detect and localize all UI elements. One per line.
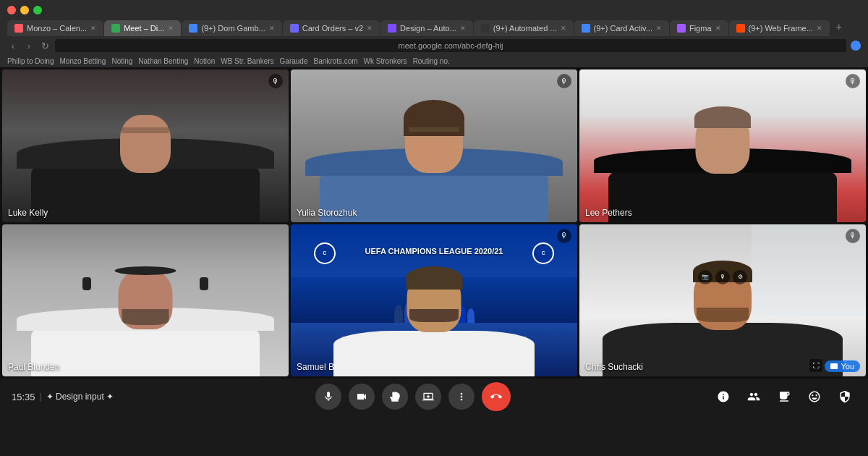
bookmark-6[interactable]: Garaude [280, 57, 308, 65]
tab-bar: Monzo – Calen... ✕ Meet – Di... ✕ (9+) D… [0, 14, 868, 36]
participant-samuel: C C UEFA CHAMPIONS LEAGUE 2020/21 🎙 Samu… [291, 224, 577, 377]
bookmark-3[interactable]: Nathan Benting [138, 57, 188, 65]
tab-card-orders-close[interactable]: ✕ [367, 25, 373, 32]
tab-web-frame-icon [736, 24, 745, 33]
bookmark-7[interactable]: Bankrots.com [313, 57, 357, 65]
toolbar-icons [851, 41, 861, 51]
center-controls [114, 382, 712, 411]
participant-chris: 📷 🎙 ⚙ 🎙 ⛶ You Chris Suchacki [579, 224, 866, 377]
meeting-name: ✦ Design input ✦ [46, 392, 114, 402]
tab-monzo-close[interactable]: ✕ [90, 25, 96, 32]
tab-card-activ-label: (9+) Card Activ... [594, 24, 652, 33]
tab-automated[interactable]: (9+) Automated ... ✕ [474, 20, 574, 36]
yulia-name: Yulia Storozhuk [297, 208, 357, 218]
tab-automated-label: (9+) Automated ... [493, 24, 557, 33]
bookmark-0[interactable]: Philip to Doing [7, 57, 54, 65]
tab-web-frame[interactable]: (9+) Web Frame... ✕ [729, 20, 830, 36]
info-button[interactable] [712, 385, 735, 408]
tab-meet-close[interactable]: ✕ [168, 25, 174, 32]
tab-card-orders-icon [290, 24, 299, 33]
mic-icon [323, 391, 334, 402]
url-bar[interactable]: meet.google.com/abc-defg-hij [55, 39, 846, 52]
tab-figma-close[interactable]: ✕ [715, 25, 721, 32]
bookmark-9[interactable]: Routing no. [413, 57, 450, 65]
maximize-button[interactable] [33, 6, 42, 14]
more-icon [456, 391, 467, 402]
lee-name: Lee Pethers [585, 208, 632, 218]
activities-button[interactable] [773, 385, 796, 408]
settings-small-icon: ⚙ [733, 270, 747, 284]
bookmark-5[interactable]: WB Str. Bankers [221, 57, 273, 65]
reactions-icon [808, 390, 821, 403]
present-icon [422, 391, 434, 402]
end-call-button[interactable] [482, 382, 511, 411]
mic-button[interactable] [315, 384, 341, 410]
tab-card-activ[interactable]: (9+) Card Activ... ✕ [574, 20, 669, 36]
tab-meet[interactable]: Meet – Di... ✕ [104, 20, 181, 36]
forward-button[interactable]: › [23, 41, 35, 51]
reload-button[interactable]: ↻ [39, 41, 51, 51]
control-bar: 15:35 | ✦ Design input ✦ [0, 379, 868, 415]
tab-dom[interactable]: (9+) Dom Gamb... ✕ [182, 20, 281, 36]
tab-card-activ-close[interactable]: ✕ [656, 25, 662, 32]
back-button[interactable]: ‹ [7, 41, 19, 51]
video-grid: 🎙 Luke Kelly 🎙 Yulia Storozhuk 🎙 Lee Pet… [0, 67, 868, 379]
paul-name: Paul Blunden [8, 362, 59, 372]
info-icon [717, 390, 730, 403]
new-tab-button[interactable]: + [830, 17, 848, 36]
tab-design-close[interactable]: ✕ [460, 25, 466, 32]
participant-lee: 🎙 Lee Pethers [579, 69, 866, 222]
bookmark-2[interactable]: Noting [111, 57, 132, 65]
tab-automated-icon [481, 24, 490, 33]
reactions-button[interactable] [803, 385, 826, 408]
close-button[interactable] [7, 6, 16, 14]
tab-dom-label: (9+) Dom Gamb... [201, 24, 265, 33]
bookmark-4[interactable]: Notion [194, 57, 215, 65]
hand-button[interactable] [382, 384, 408, 410]
tab-web-frame-close[interactable]: ✕ [817, 25, 822, 32]
people-icon [747, 390, 760, 403]
tab-automated-close[interactable]: ✕ [561, 25, 566, 32]
end-call-icon [490, 391, 502, 402]
chelsea-logo-right: C [532, 242, 554, 264]
tab-monzo-label: Monzo – Calen... [27, 24, 87, 33]
tab-figma[interactable]: Figma ✕ [670, 20, 728, 36]
bookmark-8[interactable]: Wk Stronkers [364, 57, 407, 65]
tab-monzo[interactable]: Monzo – Calen... ✕ [7, 20, 103, 36]
tab-design-icon [388, 24, 396, 33]
tab-dom-close[interactable]: ✕ [269, 25, 275, 32]
luke-name: Luke Kelly [8, 208, 48, 218]
tab-figma-label: Figma [689, 24, 712, 33]
security-button[interactable] [833, 385, 856, 408]
tab-monzo-icon [14, 24, 23, 33]
mic-small-icon: 🎙 [715, 270, 730, 284]
participant-paul: Paul Blunden [2, 224, 289, 377]
tab-card-orders-label: Card Orders – v2 [302, 24, 363, 33]
tab-design[interactable]: Design – Auto... ✕ [380, 20, 473, 36]
minimize-button[interactable] [20, 6, 29, 14]
tab-design-label: Design – Auto... [400, 24, 456, 33]
present-button[interactable] [415, 384, 441, 410]
camera-button[interactable] [349, 384, 375, 410]
tab-card-orders[interactable]: Card Orders – v2 ✕ [283, 20, 380, 36]
chelsea-logo-left: C [314, 242, 336, 264]
right-controls [712, 385, 856, 408]
more-button[interactable] [448, 384, 475, 410]
camera-icon [356, 391, 367, 402]
camera-small-icon: 📷 [698, 270, 712, 284]
participant-luke: 🎙 Luke Kelly [2, 69, 289, 222]
tab-web-frame-label: (9+) Web Frame... [749, 24, 813, 33]
expand-icon[interactable]: ⛶ [809, 359, 822, 372]
browser-chrome: Monzo – Calen... ✕ Meet – Di... ✕ (9+) D… [0, 0, 868, 67]
tab-meet-label: Meet – Di... [124, 24, 164, 33]
bookmark-1[interactable]: Monzo Betting [59, 57, 106, 65]
luke-mic-off-icon: 🎙 [268, 74, 283, 88]
chelsea-text: UEFA CHAMPIONS LEAGUE 2020/21 [365, 247, 503, 256]
tab-dom-icon [189, 24, 197, 33]
people-button[interactable] [742, 385, 765, 408]
profile-icon[interactable] [851, 41, 861, 51]
meeting-time: 15:35 [12, 392, 35, 402]
address-bar: ‹ › ↻ meet.google.com/abc-defg-hij [0, 36, 868, 55]
chris-name: Chris Suchacki [585, 362, 643, 372]
tab-card-activ-icon [582, 24, 590, 33]
